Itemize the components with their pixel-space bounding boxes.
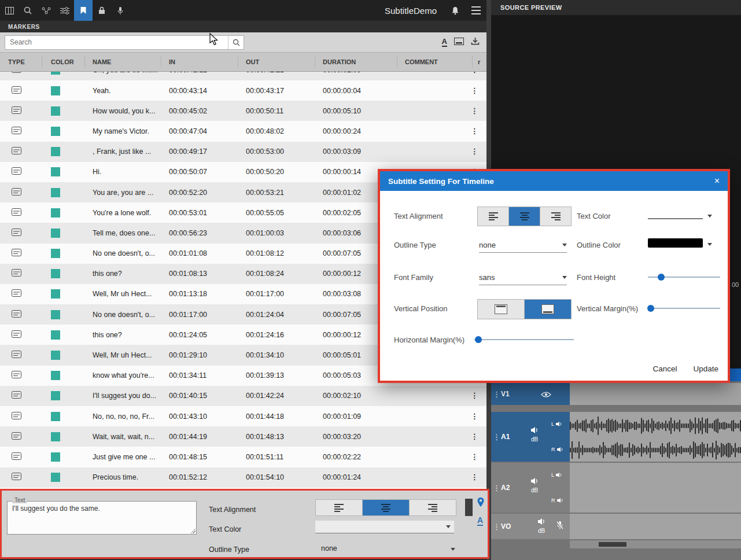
row-menu-button[interactable]: ⋮ [471, 72, 478, 74]
col-duration[interactable]: DURATION [323, 58, 356, 65]
font-height-slider[interactable] [648, 273, 720, 281]
row-menu-button[interactable]: ⋮ [471, 392, 478, 400]
outline-color-swatch [648, 238, 703, 248]
slider-thumb[interactable] [647, 305, 654, 312]
gain-label[interactable]: dB [531, 436, 538, 443]
slider-thumb[interactable] [658, 274, 665, 281]
row-menu-button[interactable]: ⋮ [471, 454, 478, 461]
editor-outline-type-value[interactable]: none [321, 544, 337, 552]
col-name[interactable]: NAME [93, 58, 111, 65]
col-out[interactable]: OUT [246, 58, 259, 65]
speaker-icon[interactable] [530, 426, 540, 436]
search-input[interactable] [5, 36, 228, 49]
outline-color-dropdown[interactable] [648, 238, 712, 248]
track-content-vo[interactable] [570, 514, 741, 539]
channel-left[interactable]: L [551, 472, 563, 478]
gain-label[interactable]: dB [538, 528, 545, 534]
track-content-a1[interactable] [570, 412, 741, 462]
table-row[interactable]: How would, you k...00:00:45:0200:00:50:1… [0, 101, 486, 121]
align-center-button[interactable] [363, 500, 410, 515]
vertical-position-top-button[interactable] [478, 300, 525, 319]
notifications-bell-icon[interactable] [445, 0, 466, 21]
font-family-select[interactable]: sans [479, 270, 567, 285]
track-content-v1[interactable] [570, 383, 741, 405]
table-row[interactable]: No, no, no, no, Fr...00:01:43:1000:01:44… [0, 406, 486, 426]
timeline-scrollbar[interactable] [570, 540, 741, 548]
cancel-button[interactable]: Cancel [652, 364, 677, 373]
drag-handle-icon[interactable]: ⋮ [493, 522, 500, 531]
row-menu-button[interactable]: ⋮ [471, 433, 478, 441]
lock-icon[interactable] [93, 0, 111, 21]
outline-type-select[interactable]: none [479, 237, 567, 253]
col-type[interactable]: TYPE [8, 58, 25, 65]
align-center-button[interactable] [509, 207, 540, 226]
search-submit-icon[interactable] [228, 36, 244, 49]
eye-icon[interactable] [541, 390, 551, 400]
search-icon[interactable] [19, 0, 37, 21]
channel-right[interactable]: R [551, 498, 564, 503]
table-row[interactable]: I'll suggest you do...00:01:40:1500:01:4… [0, 386, 486, 406]
track-header-a1[interactable]: ⋮ A1 dB L R [491, 412, 570, 462]
update-button[interactable]: Update [693, 364, 718, 373]
subtitle-text-input[interactable]: I'll suggest you do the same. [8, 502, 196, 534]
row-menu-button[interactable]: ⋮ [471, 87, 478, 94]
row-menu-button[interactable]: ⋮ [471, 412, 478, 420]
columns-icon[interactable] [0, 0, 19, 21]
align-right-button[interactable] [410, 500, 456, 515]
drag-handle-icon[interactable]: ⋮ [493, 484, 500, 492]
slider-thumb[interactable] [475, 336, 482, 343]
marker-icon[interactable] [74, 0, 93, 21]
marker-in-cell: 00:01:34:11 [169, 371, 207, 380]
table-row[interactable]: Precious time.00:01:52:1200:01:54:1000:0… [0, 467, 486, 488]
align-left-button[interactable] [478, 207, 509, 226]
gain-label[interactable]: dB [531, 487, 538, 493]
drag-handle-icon[interactable]: ⋮ [493, 390, 500, 399]
resize-handle-icon[interactable] [190, 528, 196, 533]
track-header-v1[interactable]: ⋮ V1 [491, 383, 570, 405]
col-comment[interactable]: COMMENT [405, 58, 438, 65]
editor-text-format-icon[interactable]: A [477, 516, 483, 526]
mic-muted-icon[interactable] [556, 521, 564, 533]
editor-text-color-dropdown[interactable] [315, 521, 454, 533]
col-color[interactable]: COLOR [51, 58, 74, 65]
row-menu-button[interactable]: ⋮ [471, 128, 478, 135]
vertical-margin-slider[interactable] [648, 304, 720, 312]
table-row[interactable]: Wait, wait, wait, n...00:01:44:1900:01:4… [0, 426, 486, 447]
marker-name-cell: this one? [93, 331, 122, 339]
col-in[interactable]: IN [169, 58, 175, 65]
text-color-dropdown[interactable] [648, 211, 712, 219]
table-row[interactable]: , Frank, just like ...00:00:49:1700:00:5… [0, 142, 486, 162]
text-format-icon[interactable]: A [442, 38, 447, 47]
table-row[interactable]: Yeah.00:00:43:1400:00:43:1700:00:00:04⋮ [0, 80, 486, 101]
subtitle-type-icon [12, 249, 21, 258]
track-header-vo[interactable]: ⋮ VO dB [491, 514, 570, 539]
vertical-position-bottom-button[interactable] [525, 300, 571, 319]
subtitle-view-icon[interactable] [454, 37, 464, 47]
editor-scrollbar-thumb[interactable] [465, 499, 473, 516]
channel-right[interactable]: R [551, 447, 564, 452]
export-download-icon[interactable] [471, 37, 480, 47]
align-right-button[interactable] [540, 207, 571, 226]
table-row[interactable]: Oh, you are so will...00:00:41:1200:00:4… [0, 72, 486, 80]
timeline-scrollbar-thumb[interactable] [599, 542, 626, 547]
pin-icon[interactable] [476, 497, 485, 511]
horizontal-margin-slider[interactable] [474, 336, 574, 344]
table-row[interactable]: Just give me one ...00:01:48:1500:01:51:… [0, 447, 486, 467]
track-content-a2[interactable] [570, 463, 741, 513]
chevron-down-icon[interactable] [451, 548, 455, 551]
row-menu-button[interactable]: ⋮ [471, 148, 478, 156]
align-left-button[interactable] [316, 500, 363, 515]
close-icon[interactable]: × [714, 176, 720, 186]
microphone-icon[interactable] [111, 0, 130, 21]
drag-handle-icon[interactable]: ⋮ [493, 433, 500, 441]
track-header-a2[interactable]: ⋮ A2 dB L R [491, 463, 570, 513]
nodes-icon[interactable] [37, 0, 56, 21]
channel-left[interactable]: L [551, 421, 563, 427]
hamburger-menu-icon[interactable] [466, 0, 486, 21]
row-menu-button[interactable]: ⋮ [471, 474, 478, 481]
table-row[interactable]: My name's Victor.00:00:47:0400:00:48:020… [0, 121, 486, 141]
speaker-icon[interactable] [530, 477, 540, 487]
row-menu-button[interactable]: ⋮ [471, 108, 478, 115]
speaker-icon[interactable] [537, 517, 547, 528]
tune-icon[interactable] [56, 0, 74, 21]
